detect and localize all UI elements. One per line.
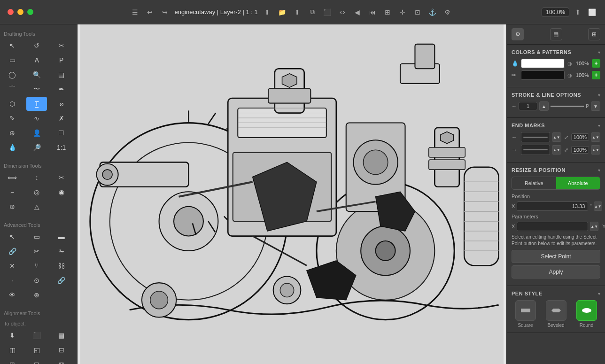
adv-eye-tool[interactable]: 👁 xyxy=(2,288,23,302)
relative-btn[interactable]: Relative xyxy=(512,177,556,189)
stroke-color-swatch[interactable] xyxy=(521,70,565,80)
crosshair-button[interactable]: ✛ xyxy=(397,7,408,18)
pen-style-collapse-btn[interactable]: ▾ xyxy=(598,291,600,296)
adv-dot-tool[interactable]: · xyxy=(2,273,23,287)
media-button[interactable]: ⏮ xyxy=(367,7,378,18)
fill-color-swatch[interactable] xyxy=(521,59,565,68)
align-dist-h-tool[interactable]: ⊞ xyxy=(2,357,23,364)
dim-vert-tool[interactable]: ↕ xyxy=(26,170,47,185)
text-tool[interactable]: A xyxy=(26,53,47,67)
dim-extend-tool[interactable]: ⊕ xyxy=(2,200,23,214)
end-marks-collapse-btn[interactable]: ▾ xyxy=(598,123,600,128)
adv-network-tool[interactable]: ⊙ xyxy=(26,273,47,287)
adv-cross-tool[interactable]: ✕ xyxy=(2,259,23,273)
minimize-button[interactable] xyxy=(17,9,23,15)
adv-rect2-tool[interactable]: ▬ xyxy=(51,230,72,244)
stroke-style-btn[interactable]: ▼ xyxy=(591,101,600,111)
colors-collapse-btn[interactable]: ▾ xyxy=(598,50,600,55)
maximize-button[interactable] xyxy=(27,9,33,15)
share-button[interactable]: ⬆ xyxy=(262,7,273,18)
right-end-mark-select[interactable] xyxy=(521,145,550,155)
grid-button[interactable]: ⊞ xyxy=(382,7,393,18)
zoom-tool[interactable]: 🔍 xyxy=(26,68,47,82)
paste-button[interactable]: ⬛ xyxy=(322,7,333,18)
rect-tool[interactable]: ▭ xyxy=(2,53,23,67)
sidebar-toggle-button[interactable]: ☰ xyxy=(129,7,140,18)
join-tool[interactable]: ⊕ xyxy=(2,126,23,140)
person-tool[interactable]: 👤 xyxy=(26,126,47,140)
left-mark-pct-stepper[interactable]: ▲▼ xyxy=(591,132,600,142)
anchor-button[interactable]: ⚓ xyxy=(427,7,438,18)
dim-angle-tool[interactable]: ⌐ xyxy=(2,185,23,199)
stroke-width-input[interactable]: 1 xyxy=(519,102,537,110)
copy-button[interactable]: ⧉ xyxy=(307,7,318,18)
left-mark-stepper-btn[interactable]: ▲▼ xyxy=(552,132,561,142)
arc-tool[interactable]: ⌒ xyxy=(2,82,23,96)
polygon-tool[interactable]: ⬡ xyxy=(2,97,23,111)
align-right-tool[interactable]: ▤ xyxy=(51,328,72,342)
adv-select-tool[interactable]: ↖ xyxy=(2,230,23,244)
dim-align-tool[interactable]: ✂ xyxy=(51,170,72,185)
drawing-canvas[interactable] xyxy=(78,24,506,364)
adv-links2-tool[interactable]: 🔗 xyxy=(51,273,72,287)
flip-h-button[interactable]: ⇔ xyxy=(337,7,348,18)
align-top-tool[interactable]: ◱ xyxy=(26,343,47,357)
x-stepper-btn[interactable]: ▲▼ xyxy=(594,201,602,211)
dim-diam-tool[interactable]: ◉ xyxy=(51,185,72,199)
adv-scissors-tool[interactable]: ✁ xyxy=(51,244,72,258)
left-end-mark-select[interactable] xyxy=(521,132,550,142)
layers-panel-btn[interactable]: ▤ xyxy=(550,28,562,40)
close-button[interactable] xyxy=(8,9,14,15)
stroke-collapse-btn[interactable]: ▾ xyxy=(598,93,600,98)
stroke-add-btn[interactable]: + xyxy=(592,71,600,79)
pen-tool[interactable]: ✒ xyxy=(51,82,72,96)
ratio-tool[interactable]: 1:1 xyxy=(51,140,72,155)
absolute-btn[interactable]: Absolute xyxy=(556,177,600,189)
adv-nodes-tool[interactable]: ⊛ xyxy=(26,288,47,302)
undo-button[interactable]: ↩ xyxy=(144,7,155,18)
smooth-tool[interactable]: ∿ xyxy=(26,111,47,125)
erase-tool[interactable]: ✗ xyxy=(51,111,72,125)
layer-tool[interactable]: ▤ xyxy=(51,68,72,82)
pen-style-beveled[interactable]: Beveled xyxy=(542,300,570,328)
check-tool[interactable]: ☐ xyxy=(51,126,72,140)
right-mark-pct-stepper[interactable]: ▲▼ xyxy=(591,145,600,155)
align-middle-tool[interactable]: ⊟ xyxy=(51,343,72,357)
pen-style-round[interactable]: Round xyxy=(573,300,600,328)
select-point-btn[interactable]: Select Point xyxy=(512,250,600,263)
param-x-input[interactable] xyxy=(517,222,588,231)
node-tool[interactable]: T̲ xyxy=(26,97,47,111)
stroke-width-up-btn[interactable]: ▲ xyxy=(539,101,549,111)
dim-horiz-tool[interactable]: ⟺ xyxy=(2,170,23,185)
dim-arc-tool[interactable]: △ xyxy=(26,200,47,214)
circle-tool[interactable]: ◯ xyxy=(2,68,23,82)
share-right-button[interactable]: ⬆ xyxy=(572,7,583,18)
adv-branch-tool[interactable]: ⑂ xyxy=(26,259,47,273)
fullscreen-button[interactable]: ⬜ xyxy=(586,7,597,18)
properties-panel-btn[interactable]: ⚙ xyxy=(512,28,524,40)
align-center-tool[interactable]: ⬛ xyxy=(26,328,47,342)
folder-button[interactable]: 📁 xyxy=(277,7,288,18)
text2-tool[interactable]: P xyxy=(51,53,72,67)
dropper-tool[interactable]: 💧 xyxy=(2,140,23,155)
rotate-tool[interactable]: ↺ xyxy=(26,39,47,53)
align-spread-tool[interactable]: ⊠ xyxy=(51,357,72,364)
wave-tool[interactable]: 〜 xyxy=(26,82,47,96)
lasso-tool[interactable]: ⌀ xyxy=(51,97,72,111)
resize-collapse-btn[interactable]: ▾ xyxy=(598,168,600,173)
adv-link-tool[interactable]: 🔗 xyxy=(2,244,23,258)
pen-style-square[interactable]: Square xyxy=(512,300,539,328)
right-mark-stepper-btn[interactable]: ▲▼ xyxy=(552,145,561,155)
apply-btn[interactable]: Apply xyxy=(512,265,600,279)
magnify-tool[interactable]: 🔎 xyxy=(26,140,47,155)
snap-button[interactable]: ⊡ xyxy=(412,7,423,18)
adv-chain-tool[interactable]: ⛓ xyxy=(51,259,72,273)
align-dist-v-tool[interactable]: ⊟ xyxy=(26,357,47,364)
position-x-input[interactable]: 13.33 xyxy=(517,201,588,211)
back-button[interactable]: ◀ xyxy=(352,7,363,18)
canvas-area[interactable] xyxy=(78,24,506,364)
pencil-tool[interactable]: ✎ xyxy=(2,111,23,125)
dim-radius-tool[interactable]: ◎ xyxy=(26,185,47,199)
adv-cut-tool[interactable]: ✂ xyxy=(26,244,47,258)
scissors-tool[interactable]: ✂ xyxy=(51,39,72,53)
